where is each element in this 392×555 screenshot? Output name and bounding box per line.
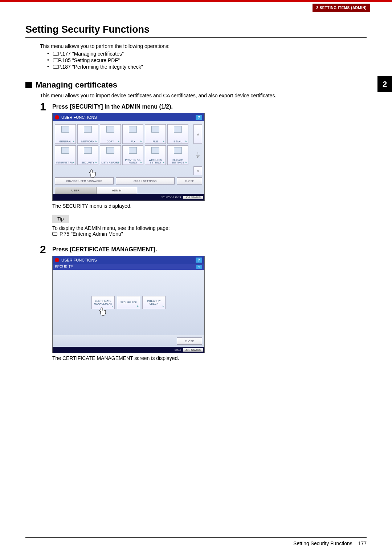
timestamp: 09:48	[175, 349, 181, 351]
page-title: Setting Security Functions	[25, 24, 367, 38]
scroll-up-button[interactable]: ∧	[193, 124, 202, 144]
top-red-bar	[0, 0, 392, 2]
window-subtitle: SECURITY ?	[53, 264, 204, 270]
chevron-right-icon: ▸	[185, 139, 187, 143]
chapter-tab: 2	[377, 76, 392, 92]
window-title: USER FUNCTIONS	[61, 115, 97, 119]
status-bar: 09:48 JOB STATUS	[53, 347, 204, 353]
file-icon	[151, 126, 159, 133]
menu-copy[interactable]: COPY▸	[100, 124, 121, 144]
8021x-button[interactable]: 802.1X SETTINGS	[116, 177, 175, 185]
copy-icon	[106, 126, 114, 133]
tip-reference[interactable]: P.75 "Entering Admin Menu"	[52, 231, 367, 237]
close-button[interactable]: CLOSE	[177, 177, 202, 185]
menu-list-report[interactable]: LIST / REPORT▸	[100, 145, 121, 165]
job-status-button[interactable]: JOB STATUS	[183, 348, 203, 352]
network-icon	[84, 126, 92, 133]
wireless-icon	[151, 147, 159, 154]
fax-icon	[129, 126, 137, 133]
step-result: The SECURITY menu is displayed.	[52, 203, 367, 209]
book-icon	[53, 58, 58, 62]
breadcrumb: 2 SETTING ITEMS (ADMIN)	[313, 4, 370, 12]
window-titlebar: USER FUNCTIONS ?	[53, 113, 204, 121]
menu-general[interactable]: GENERAL▸	[55, 124, 76, 144]
step-number: 1	[40, 101, 52, 237]
job-status-button[interactable]: JOB STATUS	[183, 196, 203, 199]
integrity-check-button[interactable]: INTEGRITY CHECK▸	[142, 296, 166, 309]
footer: Setting Security Functions 177	[293, 540, 367, 546]
link-item[interactable]: P.185 "Setting secure PDF"	[40, 57, 367, 64]
chevron-right-icon: ▸	[112, 305, 113, 308]
step-title: Press [CERTIFICATE MANAGEMENT].	[52, 246, 367, 253]
link-item[interactable]: P.187 "Performing the integrity check"	[40, 64, 367, 70]
menu-fax[interactable]: FAX▸	[122, 124, 143, 144]
help-button[interactable]: ?	[196, 115, 202, 120]
chevron-right-icon: ▸	[163, 305, 164, 308]
status-bar: 2011/05/10 10:24 JOB STATUS	[53, 194, 204, 200]
page-indicator: 1 2	[193, 145, 202, 165]
chevron-right-icon: ▸	[118, 161, 119, 164]
report-icon	[106, 147, 114, 154]
help-button[interactable]: ?	[196, 265, 202, 269]
intro-text: This menu allows you to perform the foll…	[40, 43, 367, 49]
chevron-right-icon: ▸	[137, 305, 139, 308]
footer-rule	[25, 537, 367, 538]
printer-icon	[129, 147, 137, 154]
secure-pdf-button[interactable]: SECURE PDF▸	[117, 296, 140, 309]
square-bullet-icon	[25, 82, 32, 88]
tip-label: Tip	[52, 215, 69, 223]
menu-printer-efiling[interactable]: PRINTER / e-FILING▸	[122, 145, 143, 165]
general-icon	[61, 126, 69, 133]
menu-email[interactable]: E-MAIL▸	[167, 124, 188, 144]
link-item[interactable]: P.177 "Managing certificates"	[40, 50, 367, 57]
section-intro: This menu allows you to import device ce…	[40, 93, 367, 98]
menu-internet-fax[interactable]: INTERNET FAX▸	[55, 145, 76, 165]
tip-text: To display the ADMIN menu, see the follo…	[52, 225, 367, 231]
chevron-right-icon: ▸	[73, 161, 74, 164]
screenshot-security-menu: USER FUNCTIONS ? SECURITY ? CERTIFICATE …	[52, 256, 205, 353]
power-icon	[55, 258, 59, 262]
menu-file[interactable]: FILE▸	[145, 124, 166, 144]
certificate-management-button[interactable]: CERTIFICATE MANAGEMENT▸	[91, 296, 115, 309]
page-number: 177	[358, 540, 367, 546]
step-number: 2	[40, 244, 52, 361]
change-password-button[interactable]: CHANGE USER PASSWORD	[55, 177, 114, 185]
section-heading: Managing certificates	[25, 80, 367, 90]
book-icon	[53, 65, 58, 69]
chevron-right-icon: ▸	[163, 161, 164, 164]
email-icon	[174, 126, 182, 133]
menu-security[interactable]: SECURITY▸	[77, 145, 98, 165]
internet-fax-icon	[61, 147, 69, 154]
chevron-right-icon: ▸	[118, 139, 119, 143]
menu-bluetooth[interactable]: Bluetooth SETTINGS▸	[167, 145, 188, 165]
security-icon	[84, 147, 92, 154]
tab-admin[interactable]: ADMIN	[96, 187, 138, 194]
step-title: Press [SECURITY] in the ADMIN menu (1/2)…	[52, 104, 367, 110]
chevron-right-icon: ▸	[163, 139, 164, 143]
bluetooth-icon	[174, 147, 182, 154]
scroll-down-button[interactable]: ∨	[193, 166, 202, 175]
close-button[interactable]: CLOSE	[177, 337, 202, 345]
chevron-right-icon: ▸	[140, 139, 142, 143]
window-titlebar: USER FUNCTIONS ?	[53, 256, 204, 264]
book-icon	[53, 52, 58, 56]
chevron-right-icon: ▸	[73, 139, 74, 143]
menu-network[interactable]: NETWORK▸	[77, 124, 98, 144]
chevron-right-icon: ▸	[95, 161, 97, 164]
window-title: USER FUNCTIONS	[61, 258, 97, 262]
screenshot-admin-menu: USER FUNCTIONS ? GENERAL▸ NETWORK▸ COPY▸…	[52, 113, 205, 201]
chevron-right-icon: ▸	[140, 161, 142, 164]
tab-user[interactable]: USER	[55, 187, 96, 194]
book-icon	[52, 232, 57, 236]
step-result: The CERTIFICATE MANAGEMENT screen is dis…	[52, 355, 367, 361]
timestamp: 2011/05/10 10:24	[161, 196, 181, 199]
chevron-right-icon: ▸	[185, 161, 187, 164]
power-icon	[55, 115, 59, 119]
help-button[interactable]: ?	[196, 258, 202, 263]
footer-title: Setting Security Functions	[293, 540, 352, 546]
chevron-right-icon: ▸	[95, 139, 97, 143]
menu-wireless[interactable]: WIRELESS SETTING▸	[145, 145, 166, 165]
